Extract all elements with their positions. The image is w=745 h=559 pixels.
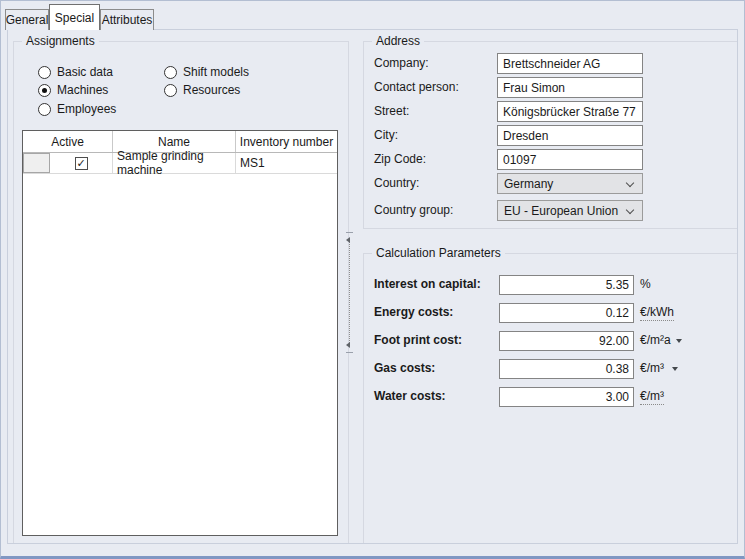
tab-general-label: General xyxy=(6,13,49,27)
tab-general[interactable]: General xyxy=(5,9,49,30)
tab-attributes[interactable]: Attributes xyxy=(100,9,154,30)
tab-attributes-label: Attributes xyxy=(102,13,153,27)
tab-special[interactable]: Special xyxy=(49,4,100,30)
tab-special-label: Special xyxy=(55,11,94,25)
properties-dialog: General Special Attributes Assignments B… xyxy=(0,0,745,559)
tab-page xyxy=(7,29,738,544)
